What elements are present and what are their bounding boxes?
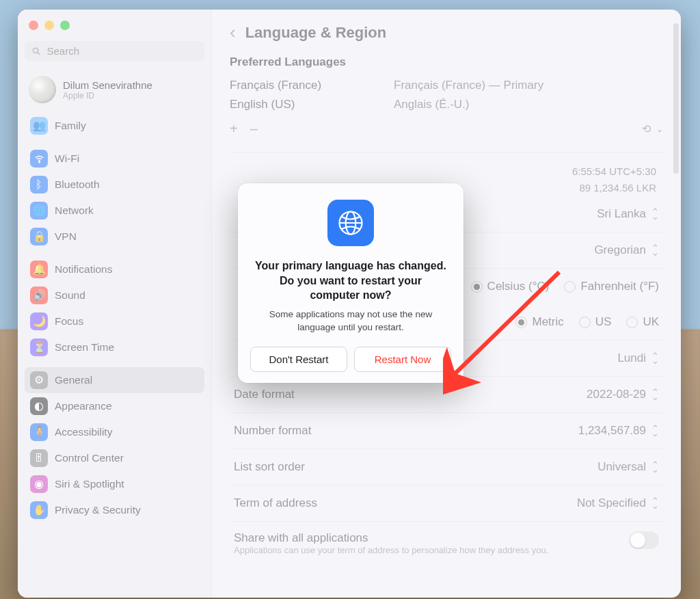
bluetooth-icon: ᛒ (30, 176, 48, 194)
setting-value: 1,234,567.89 (578, 424, 646, 438)
apple-id-row[interactable]: Dilum Senevirathne Apple ID (25, 69, 204, 110)
sidebar-item-vpn[interactable]: 🔒VPN (25, 224, 204, 250)
window-controls (25, 18, 204, 38)
moon-icon: 🌙 (30, 312, 48, 330)
setting-value: Gregorian (594, 243, 646, 257)
sidebar-item-focus[interactable]: 🌙Focus (25, 308, 204, 334)
stepper-icon: ⌃⌄ (651, 245, 659, 255)
stepper-icon: ⌃⌄ (651, 390, 659, 399)
gear-icon: ⚙ (30, 371, 48, 389)
sidebar-item-network[interactable]: 🌐Network (25, 198, 204, 224)
sidebar-item-label: Accessibility (55, 426, 112, 438)
sidebar-item-control-center[interactable]: 🎚Control Center (25, 445, 204, 471)
sidebar-item-label: Bluetooth (55, 178, 100, 191)
restart-now-button[interactable]: Restart Now (354, 347, 451, 372)
family-icon: 👥 (30, 117, 48, 135)
svg-point-0 (33, 48, 38, 53)
dont-restart-button[interactable]: Don't Restart (250, 347, 347, 372)
search-field[interactable] (25, 41, 204, 61)
share-row: Share with all applications Applications… (230, 522, 663, 558)
sidebar-item-bluetooth[interactable]: ᛒBluetooth (25, 172, 204, 198)
sidebar-item-general[interactable]: ⚙General (25, 367, 204, 393)
account-sub: Apple ID (63, 91, 152, 101)
setting-label: List sort order (234, 460, 305, 474)
back-button[interactable]: ‹ (230, 22, 236, 43)
language-row[interactable]: English (US) Anglais (É.-U.) (230, 95, 663, 114)
svg-line-1 (38, 52, 40, 54)
scrollbar[interactable] (673, 23, 679, 174)
sidebar-item-screen-time[interactable]: ⏳Screen Time (25, 334, 204, 360)
stepper-icon: ⌃⌄ (651, 462, 659, 472)
stepper-icon: ⌃⌄ (651, 209, 659, 219)
svg-point-2 (38, 161, 40, 163)
stepper-icon: ⌃⌄ (651, 354, 659, 363)
sidebar-item-siri[interactable]: ◉Siri & Spotlight (25, 471, 204, 497)
sidebar-item-label: Siri & Spotlight (55, 478, 124, 490)
sidebar-item-label: Appearance (55, 400, 112, 412)
hand-icon: ✋ (30, 501, 48, 519)
radio-metric[interactable]: Metric (515, 315, 563, 329)
sliders-icon: 🎚 (30, 449, 48, 467)
sidebar-item-wifi[interactable]: Wi-Fi (25, 146, 204, 172)
setting-label: Number format (234, 424, 311, 438)
hourglass-icon: ⏳ (30, 338, 48, 356)
radio-us[interactable]: US (579, 315, 612, 329)
sidebar-item-label: Sound (55, 289, 85, 302)
accessibility-icon: 🧍 (30, 423, 48, 441)
sidebar-item-label: Focus (55, 315, 83, 328)
sidebar-item-notifications[interactable]: 🔔Notifications (25, 256, 204, 282)
sidebar-item-appearance[interactable]: ◐Appearance (25, 393, 204, 419)
close-icon[interactable] (29, 21, 38, 30)
add-language-button[interactable]: + (230, 121, 238, 137)
number-format-row[interactable]: Number format 1,234,567.89⌃⌄ (230, 413, 663, 449)
radio-fahrenheit[interactable]: Fahrenheit (°F) (564, 280, 659, 293)
sidebar-item-privacy[interactable]: ✋Privacy & Security (25, 497, 204, 523)
sidebar-item-label: Family (55, 120, 86, 132)
search-input[interactable] (47, 45, 198, 57)
radio-celsius[interactable]: Celsius (°C) (471, 280, 550, 293)
sidebar-item-label: Wi-Fi (55, 152, 79, 165)
sidebar-item-label: VPN (55, 230, 77, 243)
setting-value: 2022-08-29 (587, 388, 646, 401)
history-icon[interactable]: ⟲ (642, 122, 651, 135)
sidebar-item-label: Privacy & Security (55, 504, 141, 516)
radio-uk[interactable]: UK (626, 315, 659, 329)
sidebar-item-label: Control Center (55, 452, 124, 464)
speaker-icon: 🔊 (30, 287, 48, 304)
remove-language-button[interactable]: – (250, 121, 258, 137)
language-name: English (US) (230, 98, 366, 111)
sidebar-item-label: Notifications (55, 263, 112, 276)
sidebar-item-accessibility[interactable]: 🧍Accessibility (25, 419, 204, 445)
stepper-icon: ⌃⌄ (651, 426, 659, 436)
setting-value: Lundi (617, 351, 646, 365)
search-icon (31, 46, 42, 57)
setting-value: Not Specified (577, 496, 646, 510)
share-toggle[interactable] (629, 531, 659, 549)
minimize-icon[interactable] (44, 21, 54, 30)
avatar (29, 76, 56, 103)
term-row[interactable]: Term of address Not Specified⌃⌄ (230, 485, 663, 522)
dialog-heading: Your primary language has changed. Do yo… (250, 258, 451, 303)
sidebar-item-family[interactable]: 👥 Family (25, 113, 204, 139)
zoom-icon[interactable] (60, 21, 70, 30)
chevron-down-icon[interactable]: ⌄ (656, 124, 663, 134)
sidebar: Dilum Senevirathne Apple ID 👥 Family Wi-… (18, 10, 212, 598)
globe-icon (327, 200, 374, 246)
share-label: Share with all applications (234, 531, 548, 545)
language-row[interactable]: Français (France) Français (France) — Pr… (230, 76, 663, 95)
content-header: ‹ Language & Region (230, 22, 663, 43)
network-icon: 🌐 (30, 202, 48, 219)
language-actions: + – ⟲ ⌄ (230, 114, 663, 152)
stepper-icon: ⌃⌄ (651, 498, 659, 508)
restart-dialog: Your primary language has changed. Do yo… (238, 183, 463, 383)
bell-icon: 🔔 (30, 261, 48, 278)
language-desc: Français (France) — Primary (394, 79, 543, 92)
language-desc: Anglais (É.-U.) (394, 98, 470, 111)
language-name: Français (France) (230, 79, 366, 92)
list-sort-row[interactable]: List sort order Universal⌃⌄ (230, 449, 663, 485)
setting-value: Universal (597, 460, 646, 474)
page-title: Language & Region (245, 24, 387, 42)
appearance-icon: ◐ (30, 397, 48, 415)
sidebar-item-sound[interactable]: 🔊Sound (25, 282, 204, 308)
share-sub: Applications can use your term of addres… (234, 545, 548, 555)
